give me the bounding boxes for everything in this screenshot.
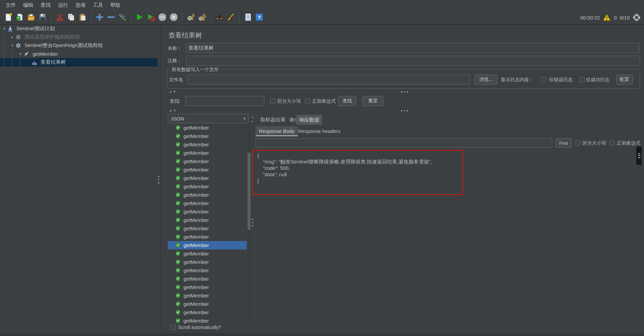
- response-case-checkbox[interactable]: [576, 140, 581, 145]
- result-item-label: getMember: [183, 309, 209, 315]
- add-icon[interactable]: [95, 12, 104, 22]
- result-item[interactable]: getMember: [168, 224, 247, 233]
- splitter-collapse-arrows[interactable]: ▲▼: [169, 90, 177, 93]
- paste-icon[interactable]: [78, 12, 87, 22]
- success-shield-icon: [175, 192, 181, 198]
- success-only-checkbox[interactable]: [579, 77, 585, 82]
- result-item[interactable]: getMember: [168, 149, 247, 157]
- response-regex-checkbox[interactable]: [610, 140, 615, 145]
- result-item[interactable]: getMember: [168, 157, 247, 165]
- configure-button[interactable]: 配置: [616, 75, 633, 85]
- browse-button[interactable]: 浏览...: [475, 75, 497, 85]
- comment-input[interactable]: [186, 56, 640, 66]
- result-item[interactable]: getMember: [168, 258, 247, 266]
- open-template-icon[interactable]: [15, 12, 24, 22]
- clear-icon[interactable]: [186, 12, 196, 22]
- tree-splitter-grip[interactable]: [158, 176, 159, 184]
- save-icon[interactable]: [38, 12, 47, 22]
- scrollbar-thumb[interactable]: [248, 153, 251, 230]
- search-case-checkbox[interactable]: [270, 98, 275, 104]
- search-regex-checkbox[interactable]: [305, 98, 310, 104]
- name-input[interactable]: [186, 43, 640, 53]
- menu-item-选项[interactable]: 选项: [72, 0, 89, 10]
- search-input[interactable]: [185, 96, 264, 106]
- splitter-grip[interactable]: [401, 91, 408, 93]
- filename-input[interactable]: [187, 75, 470, 85]
- errors-only-checkbox[interactable]: [541, 77, 546, 82]
- menu-item-帮助[interactable]: 帮助: [107, 0, 124, 10]
- result-item-selected[interactable]: getMember: [168, 241, 247, 249]
- tree-main-divider[interactable]: [160, 25, 161, 336]
- tree-node-3[interactable]: ▾Sentinel整合OpenFeign测试线程组: [0, 41, 158, 50]
- results-scrollbar[interactable]: [247, 124, 251, 325]
- tree-node-4[interactable]: ▾getMember: [0, 50, 158, 58]
- collapsed-side-tab[interactable]: [636, 147, 642, 165]
- warning-icon[interactable]: [603, 13, 611, 21]
- menu-item-工具[interactable]: 工具: [89, 0, 107, 10]
- result-item[interactable]: getMember: [168, 207, 247, 216]
- result-item[interactable]: getMember: [168, 140, 247, 149]
- result-item[interactable]: getMember: [168, 182, 247, 191]
- result-item[interactable]: getMember: [168, 308, 247, 317]
- menu-item-编辑[interactable]: 编辑: [19, 0, 37, 10]
- pane-collapse-arrows[interactable]: ◂▸: [252, 116, 253, 123]
- clear-search-icon[interactable]: [226, 12, 235, 22]
- tree-node-5[interactable]: 查看结果树: [0, 58, 158, 66]
- result-item[interactable]: getMember: [168, 174, 247, 182]
- shutdown-icon[interactable]: [169, 12, 178, 22]
- result-item[interactable]: getMember: [168, 233, 247, 241]
- start-icon[interactable]: [135, 12, 144, 22]
- splitter-collapse-arrows[interactable]: ▲▼: [169, 109, 177, 112]
- tree-collapsed-arrow-icon[interactable]: ▸: [10, 35, 15, 39]
- result-item[interactable]: getMember: [168, 124, 247, 132]
- copy-icon[interactable]: [66, 12, 76, 22]
- result-item[interactable]: getMember: [168, 199, 247, 207]
- subtab-response-headers[interactable]: Response headers: [295, 126, 344, 136]
- search-icon[interactable]: [215, 12, 224, 22]
- function-helper-icon[interactable]: [243, 12, 253, 22]
- result-item[interactable]: getMember: [168, 283, 247, 291]
- clear-all-icon[interactable]: [198, 12, 207, 22]
- scroll-automatically-checkbox[interactable]: [170, 325, 176, 330]
- subtab-response-body[interactable]: Response Body: [256, 126, 298, 136]
- result-item[interactable]: getMember: [168, 266, 247, 275]
- tree-node-1[interactable]: ▾Sentinel测试计划: [0, 25, 158, 33]
- tree-expanded-arrow-icon[interactable]: ▾: [2, 27, 7, 31]
- menu-item-文件[interactable]: 文件: [2, 0, 19, 10]
- result-item[interactable]: getMember: [168, 132, 247, 140]
- tree-node-2[interactable]: ▸测试系统保护规则线程组: [0, 33, 158, 41]
- result-item[interactable]: getMember: [168, 191, 247, 199]
- toolbar-separator: [239, 12, 239, 22]
- help-icon[interactable]: ?: [255, 12, 264, 22]
- result-item[interactable]: getMember: [168, 291, 247, 300]
- tab-取样器结果[interactable]: 取样器结果: [258, 115, 288, 125]
- results-list[interactable]: getMembergetMembergetMembergetMembergetM…: [168, 124, 247, 325]
- stop-icon[interactable]: STOP: [158, 12, 167, 22]
- search-reset-button[interactable]: 重置: [363, 96, 383, 106]
- thread-count[interactable]: 0/10: [620, 15, 630, 20]
- response-find-input[interactable]: [256, 138, 552, 148]
- remove-icon[interactable]: [106, 12, 116, 22]
- search-find-button[interactable]: 查找: [338, 96, 356, 106]
- result-item[interactable]: getMember: [168, 275, 247, 283]
- result-item-label: getMember: [183, 276, 209, 282]
- cut-icon[interactable]: [55, 12, 64, 22]
- tree-expanded-arrow-icon[interactable]: ▾: [18, 52, 23, 56]
- result-item[interactable]: getMember: [168, 216, 247, 224]
- renderer-dropdown[interactable]: JSON ▼: [168, 114, 249, 123]
- result-item[interactable]: getMember: [168, 249, 247, 258]
- pane-splitter-grip[interactable]: [252, 219, 253, 227]
- start-no-pauses-icon[interactable]: [146, 12, 156, 22]
- annotation-red-box: [252, 150, 463, 195]
- tab-响应数据[interactable]: 响应数据: [297, 115, 322, 125]
- result-item[interactable]: getMember: [168, 165, 247, 174]
- open-icon[interactable]: [26, 12, 36, 22]
- new-file-icon[interactable]: [4, 12, 13, 22]
- edit-icon[interactable]: [118, 12, 127, 22]
- menu-item-运行[interactable]: 运行: [54, 0, 72, 10]
- response-find-button[interactable]: Find: [555, 138, 572, 148]
- result-item[interactable]: getMember: [168, 300, 247, 308]
- tree-expanded-arrow-icon[interactable]: ▾: [10, 43, 15, 48]
- splitter-grip[interactable]: [401, 110, 408, 111]
- menu-item-查找[interactable]: 查找: [37, 0, 54, 10]
